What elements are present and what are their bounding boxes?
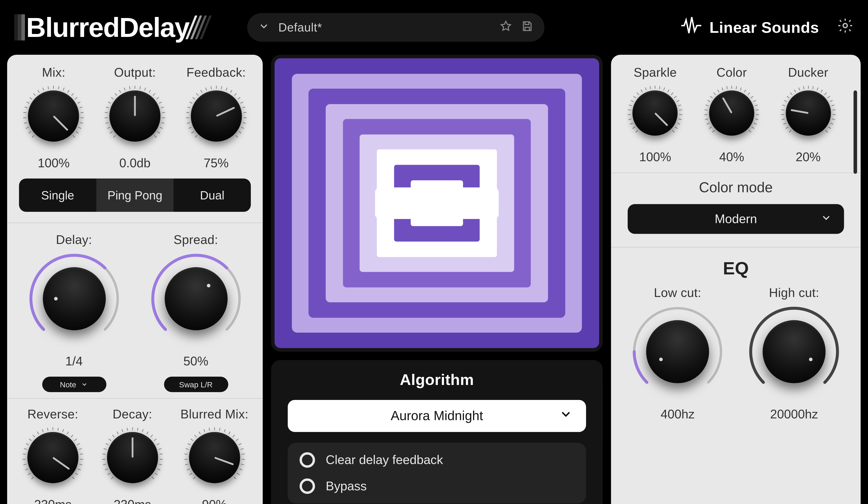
spread-knob[interactable]: Spread: 50% Swap L/R (149, 233, 243, 392)
sparkle-knob[interactable]: Sparkle 100% (627, 65, 684, 164)
svg-line-182 (74, 439, 77, 441)
lowcut-knob[interactable]: Low cut: 400hz (631, 286, 725, 422)
panel-handle[interactable] (854, 90, 857, 174)
svg-line-73 (238, 97, 240, 99)
svg-line-49 (162, 112, 165, 113)
svg-line-306 (784, 100, 787, 102)
mode-tab-pingpong[interactable]: Ping Pong (96, 179, 174, 212)
svg-line-224 (186, 448, 188, 450)
svg-line-238 (241, 448, 244, 450)
svg-line-212 (159, 454, 163, 454)
svg-line-279 (707, 100, 710, 102)
mix-knob[interactable]: Mix: 100% (22, 65, 85, 170)
svg-line-240 (242, 459, 245, 460)
mode-tab-single[interactable]: Single (19, 179, 96, 212)
svg-line-18 (72, 93, 74, 95)
blurredmix-knob[interactable]: Blurred Mix: 90% (180, 407, 248, 504)
svg-line-179 (62, 429, 64, 432)
preset-selector[interactable]: Default* (247, 13, 545, 41)
decay-knob[interactable]: Decay: 230ms (101, 407, 164, 504)
svg-line-247 (630, 123, 633, 124)
svg-line-200 (112, 435, 114, 437)
svg-line-245 (636, 130, 638, 132)
svg-line-189 (75, 473, 78, 475)
svg-line-248 (629, 119, 631, 120)
highcut-knob[interactable]: High cut: 20000hz (747, 286, 841, 422)
svg-line-33 (105, 112, 108, 113)
svg-line-62 (189, 102, 192, 103)
algorithm-panel: Algorithm Aurora Midnight Clear delay fe… (271, 360, 603, 504)
knob-value: 50% (183, 354, 208, 369)
svg-line-63 (192, 97, 195, 99)
svg-line-48 (161, 107, 164, 108)
svg-line-57 (188, 127, 191, 129)
spread-pill[interactable]: Swap L/R (164, 377, 228, 392)
svg-line-237 (239, 443, 241, 445)
svg-line-242 (239, 469, 242, 470)
svg-line-309 (794, 90, 796, 92)
ducker-knob[interactable]: Ducker 20% (780, 65, 837, 164)
option-bypass[interactable]: Bypass (299, 478, 574, 494)
svg-line-74 (240, 102, 243, 103)
svg-line-12 (43, 88, 44, 91)
left-panel: Mix: 100% Output: 0.0db Feedback: 75% Si… (7, 55, 263, 504)
svg-line-244 (234, 477, 236, 479)
svg-line-71 (230, 90, 232, 93)
delay-knob[interactable]: Delay: 1/4 Note (27, 233, 121, 392)
svg-line-269 (678, 123, 680, 124)
svg-line-281 (713, 92, 715, 95)
option-label: Clear delay feedback (326, 453, 443, 467)
svg-line-79 (241, 127, 244, 129)
svg-line-322 (832, 119, 835, 120)
svg-line-193 (105, 469, 107, 470)
svg-line-246 (633, 127, 635, 129)
svg-line-197 (104, 448, 106, 450)
algorithm-select[interactable]: Aurora Midnight (288, 400, 586, 432)
mode-tab-dual[interactable]: Dual (174, 179, 251, 212)
eq-heading: EQ (611, 258, 861, 279)
svg-line-243 (237, 473, 239, 475)
knob-value: 0.0db (119, 156, 151, 170)
output-knob[interactable]: Output: 0.0db (104, 65, 166, 170)
svg-line-221 (185, 464, 188, 465)
knob-label: Output: (114, 65, 156, 80)
svg-line-298 (749, 130, 751, 132)
color-mode-select[interactable]: Modern (628, 204, 844, 234)
save-icon[interactable] (521, 20, 534, 35)
svg-line-166 (25, 469, 28, 470)
svg-line-202 (122, 429, 123, 432)
svg-line-288 (744, 90, 746, 92)
svg-line-259 (660, 86, 660, 89)
reverse-knob[interactable]: Reverse: 230ms (21, 407, 84, 504)
favorite-icon[interactable] (499, 20, 513, 35)
feedback-knob[interactable]: Feedback: 75% (185, 65, 248, 170)
option-clear[interactable]: Clear delay feedback (299, 452, 574, 468)
delay-pill[interactable]: Note (42, 377, 106, 392)
svg-line-60 (186, 112, 189, 113)
svg-line-185 (80, 454, 83, 454)
svg-line-209 (154, 439, 156, 441)
svg-line-278 (705, 105, 708, 106)
svg-line-249 (628, 114, 631, 115)
svg-line-294 (756, 114, 759, 115)
svg-line-307 (787, 96, 789, 98)
svg-line-286 (736, 86, 736, 89)
svg-line-183 (77, 443, 80, 445)
settings-button[interactable] (837, 17, 854, 38)
svg-line-318 (830, 100, 833, 102)
color-knob[interactable]: Color 40% (703, 65, 760, 164)
svg-line-28 (113, 135, 116, 138)
svg-line-234 (229, 432, 230, 434)
svg-line-13 (48, 86, 49, 89)
svg-line-220 (187, 469, 189, 470)
svg-line-264 (677, 100, 680, 102)
svg-line-291 (753, 100, 756, 102)
svg-line-53 (157, 132, 160, 133)
svg-line-69 (221, 86, 221, 89)
svg-line-203 (127, 428, 127, 431)
svg-line-218 (193, 477, 195, 479)
svg-line-325 (826, 130, 828, 132)
svg-line-206 (142, 429, 143, 432)
svg-line-225 (188, 443, 190, 445)
svg-line-170 (24, 448, 27, 450)
